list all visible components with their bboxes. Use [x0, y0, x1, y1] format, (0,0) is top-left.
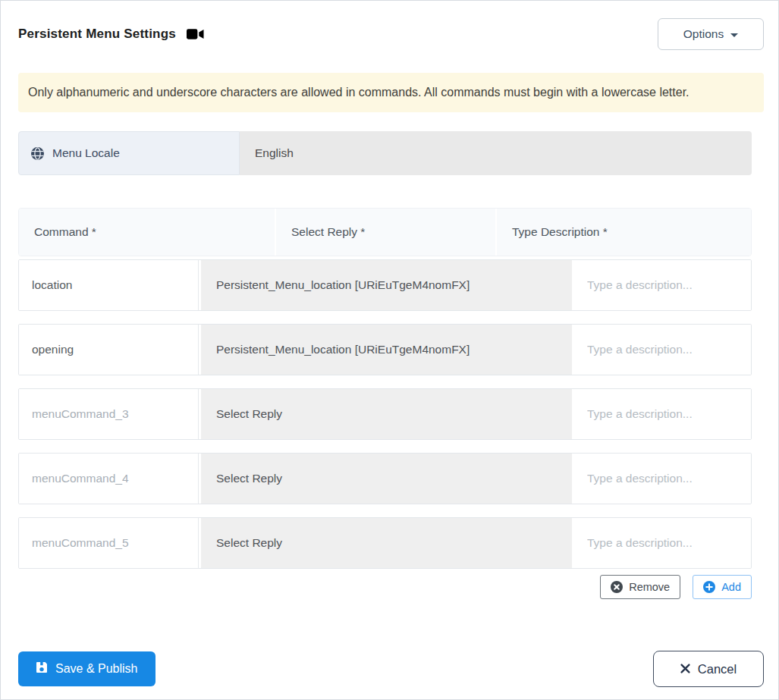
add-row-button[interactable]: Add: [693, 575, 752, 599]
menu-locale-select[interactable]: English: [240, 131, 752, 175]
title-wrap: Persistent Menu Settings: [18, 27, 204, 42]
select-reply-value: Select Reply: [216, 472, 282, 485]
commands-table: Command * Select Reply * Type Descriptio…: [18, 208, 752, 569]
command-input-5[interactable]: [19, 518, 199, 568]
page-title: Persistent Menu Settings: [18, 27, 176, 42]
menu-locale-value: English: [255, 146, 294, 160]
footer: Save & Publish Cancel: [18, 651, 764, 687]
warning-banner-text: Only alphanumeric and underscore charact…: [28, 86, 689, 99]
cancel-button-label: Cancel: [698, 662, 737, 676]
video-camera-icon[interactable]: [187, 28, 204, 40]
topbar: Persistent Menu Settings Options: [18, 18, 764, 50]
persistent-menu-settings-panel: Persistent Menu Settings Options Only al…: [0, 0, 779, 700]
options-button-label: Options: [683, 27, 724, 41]
menu-locale-row: Menu Locale English: [18, 131, 752, 175]
select-reply-value: Select Reply: [216, 536, 282, 550]
table-header: Command * Select Reply * Type Descriptio…: [18, 208, 752, 256]
table-row: Persistent_Menu_location [URiEuTgeM4nomF…: [18, 324, 752, 375]
select-reply-dropdown-5[interactable]: Select Reply: [201, 518, 572, 568]
floppy-disk-icon: [36, 661, 48, 676]
save-publish-label: Save & Publish: [55, 662, 138, 676]
description-input-5[interactable]: [572, 518, 751, 568]
remove-row-button[interactable]: Remove: [600, 575, 680, 599]
select-reply-value: Persistent_Menu_location [URiEuTgeM4nomF…: [216, 343, 470, 356]
description-input-2[interactable]: [572, 325, 751, 375]
select-reply-dropdown-2[interactable]: Persistent_Menu_location [URiEuTgeM4nomF…: [201, 325, 572, 375]
globe-icon: [31, 147, 44, 160]
warning-banner: Only alphanumeric and underscore charact…: [18, 73, 764, 112]
options-button[interactable]: Options: [658, 18, 764, 50]
row-actions: Remove Add: [18, 575, 752, 599]
command-input-2[interactable]: [19, 325, 199, 375]
menu-locale-label: Menu Locale: [18, 131, 240, 175]
cancel-button[interactable]: Cancel: [653, 651, 764, 687]
command-input-1[interactable]: [19, 260, 199, 310]
save-publish-button[interactable]: Save & Publish: [18, 651, 155, 686]
command-input-3[interactable]: [19, 389, 199, 439]
table-row: Select Reply: [18, 388, 752, 440]
table-row: Select Reply: [18, 517, 752, 569]
menu-locale-label-text: Menu Locale: [52, 146, 120, 160]
remove-button-label: Remove: [629, 581, 670, 593]
circle-plus-icon: [703, 581, 715, 593]
select-reply-value: Persistent_Menu_location [URiEuTgeM4nomF…: [216, 278, 470, 292]
table-row: Select Reply: [18, 453, 752, 504]
caret-down-icon: [730, 33, 738, 37]
add-button-label: Add: [721, 581, 741, 593]
command-input-4[interactable]: [19, 454, 199, 504]
select-reply-dropdown-1[interactable]: Persistent_Menu_location [URiEuTgeM4nomF…: [201, 260, 572, 310]
column-header-select-reply: Select Reply *: [276, 209, 497, 256]
description-input-3[interactable]: [572, 389, 751, 439]
x-icon: [680, 662, 690, 676]
circle-x-icon: [611, 581, 623, 593]
description-input-4[interactable]: [572, 454, 751, 504]
select-reply-value: Select Reply: [216, 407, 282, 421]
column-header-type-description: Type Description *: [497, 209, 751, 256]
select-reply-dropdown-4[interactable]: Select Reply: [201, 454, 572, 504]
select-reply-dropdown-3[interactable]: Select Reply: [201, 389, 572, 439]
description-input-1[interactable]: [572, 260, 751, 310]
table-row: Persistent_Menu_location [URiEuTgeM4nomF…: [18, 259, 752, 311]
column-header-command: Command *: [19, 209, 276, 256]
